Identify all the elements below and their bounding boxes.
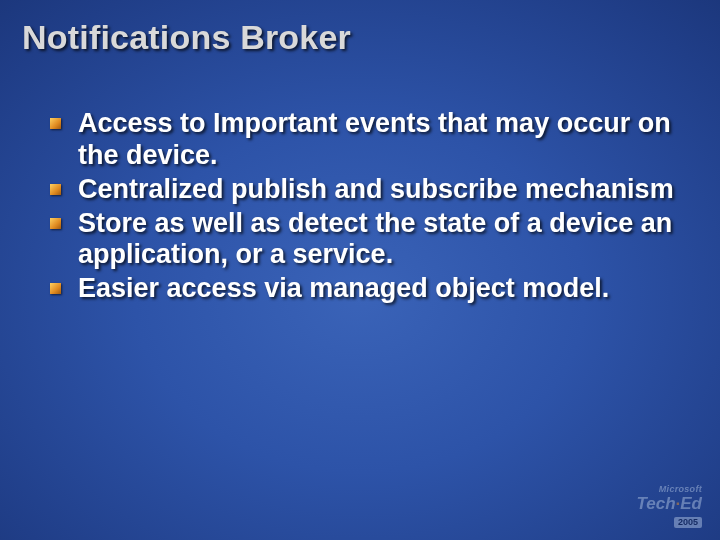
bullet-item: Store as well as detect the state of a d… — [46, 208, 680, 272]
company-name: Microsoft — [636, 485, 702, 494]
slide-body: Access to Important events that may occu… — [46, 108, 680, 307]
slide-title: Notifications Broker — [22, 18, 351, 57]
slide: Notifications Broker Access to Important… — [0, 0, 720, 540]
event-name: Tech·Ed — [636, 495, 702, 512]
bullet-list: Access to Important events that may occu… — [46, 108, 680, 305]
bullet-item: Access to Important events that may occu… — [46, 108, 680, 172]
event-year: 2005 — [674, 517, 702, 528]
event-logo: Microsoft Tech·Ed 2005 — [636, 485, 702, 528]
bullet-item: Easier access via managed object model. — [46, 273, 680, 305]
bullet-item: Centralized publish and subscribe mechan… — [46, 174, 680, 206]
